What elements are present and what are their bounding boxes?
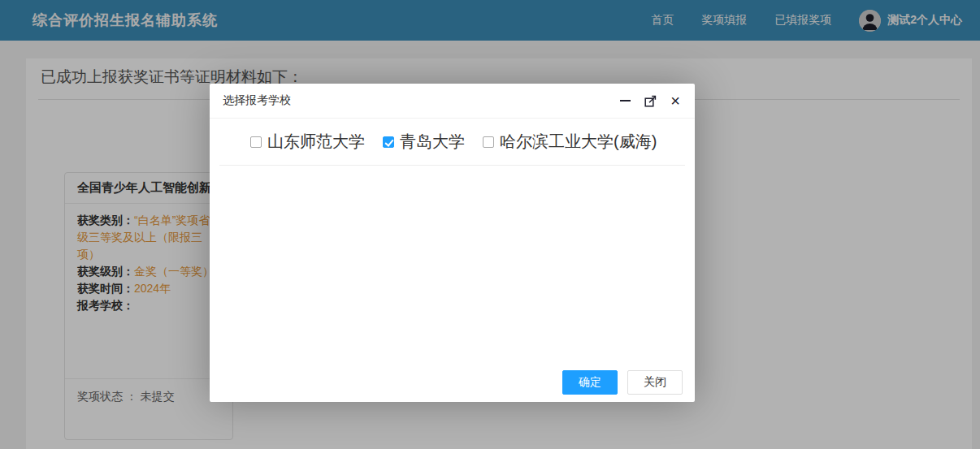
dialog-window-controls: × — [618, 94, 682, 107]
confirm-button[interactable]: 确定 — [562, 370, 618, 395]
school-option-qdu[interactable]: 青岛大学 — [383, 131, 465, 153]
school-option-sdnu[interactable]: 山东师范大学 — [250, 131, 365, 153]
checkbox-icon[interactable] — [383, 136, 394, 148]
school-select-dialog: 选择报考学校 × 山东师范大学 青岛大学 哈尔滨工业大学(威海) — [210, 84, 695, 402]
dialog-titlebar: 选择报考学校 × — [210, 84, 695, 119]
dialog-footer: 确定 关闭 — [562, 370, 683, 395]
school-option-label: 山东师范大学 — [267, 131, 365, 153]
close-icon[interactable]: × — [669, 94, 682, 107]
modal-divider — [219, 165, 685, 166]
close-button[interactable]: 关闭 — [627, 370, 683, 395]
checkbox-icon[interactable] — [250, 136, 262, 148]
school-checkbox-row: 山东师范大学 青岛大学 哈尔滨工业大学(威海) — [210, 119, 695, 165]
minimize-icon[interactable] — [618, 94, 631, 107]
school-option-label: 哈尔滨工业大学(威海) — [500, 131, 657, 153]
school-option-label: 青岛大学 — [400, 131, 465, 153]
checkbox-icon[interactable] — [483, 136, 494, 148]
school-option-hitwh[interactable]: 哈尔滨工业大学(威海) — [483, 131, 657, 153]
maximize-icon[interactable] — [644, 94, 657, 107]
dialog-title: 选择报考学校 — [223, 93, 291, 108]
